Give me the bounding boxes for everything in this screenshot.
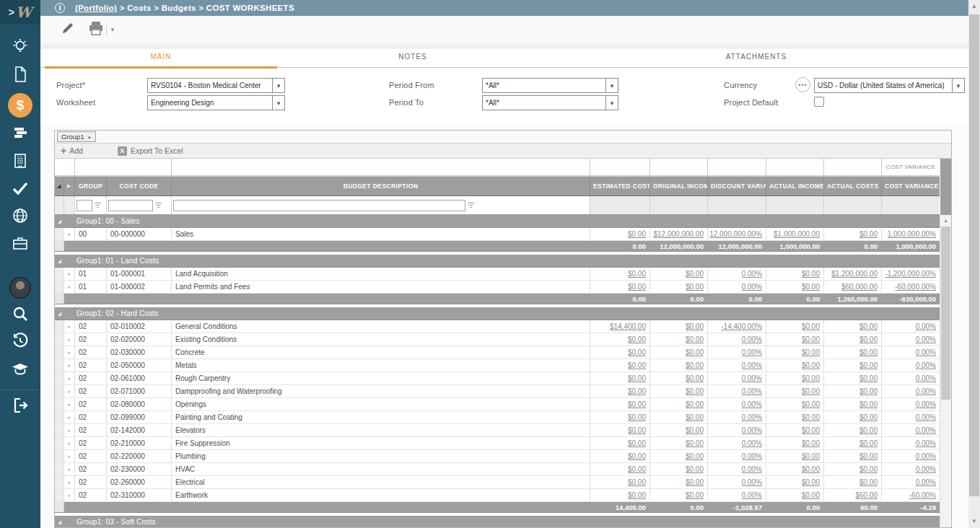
cell-value-link[interactable]: 0.00% xyxy=(882,346,940,358)
table-row[interactable]: ▸0101-000001Land Acquisition$0.00$0.000.… xyxy=(55,268,940,281)
cell-value-link[interactable]: $0.00 xyxy=(650,437,708,449)
cell-value-link[interactable]: $0.00 xyxy=(824,424,882,436)
row-expand-icon[interactable]: ▸ xyxy=(64,372,75,384)
sidebar-item-projects[interactable] xyxy=(0,231,40,258)
cell-value-link[interactable]: 0.00% xyxy=(882,411,940,423)
cell-value-link[interactable]: $0.00 xyxy=(824,385,882,397)
expand-column-icon[interactable]: ▶ xyxy=(64,177,75,195)
cell-value-link[interactable]: $0.00 xyxy=(766,359,824,371)
group1-chip[interactable]: Group1 xyxy=(57,131,96,142)
cell-value-link[interactable]: 0.00% xyxy=(708,398,766,410)
row-expand-icon[interactable]: ▸ xyxy=(64,268,75,280)
cell-value-link[interactable]: $0.00 xyxy=(824,359,882,371)
cell-value-link[interactable]: $0.00 xyxy=(590,228,650,240)
cell-value-link[interactable]: $0.00 xyxy=(590,437,650,449)
cell-value-link[interactable]: -1,200,000.00% xyxy=(882,268,940,280)
cell-value-link[interactable]: $0.00 xyxy=(590,333,650,346)
cell-value-link[interactable]: 0.00% xyxy=(708,372,766,384)
project-select[interactable]: RVS0104 - Boston Medical Center xyxy=(147,78,273,93)
period-from-select[interactable]: *All* xyxy=(482,78,606,93)
group-band-row[interactable]: ◢Group1: 03 - Soft Costs xyxy=(55,516,951,528)
info-icon[interactable]: i xyxy=(55,3,65,13)
row-expand-icon[interactable]: ▸ xyxy=(64,476,75,488)
col-header-cost-code[interactable]: COST CODE xyxy=(107,177,172,195)
cell-value-link[interactable]: 0.00% xyxy=(708,333,766,346)
row-expand-icon[interactable]: ▸ xyxy=(64,424,75,436)
cell-value-link[interactable]: 0.00% xyxy=(882,398,940,410)
col-header-budget-description[interactable]: BUDGET DESCRIPTION xyxy=(172,177,590,195)
table-row[interactable]: ▸0202-220000Plumbing$0.00$0.000.00%$0.00… xyxy=(55,450,940,463)
cell-value-link[interactable]: $0.00 xyxy=(650,450,708,462)
collapse-all-icon[interactable]: ◢ xyxy=(55,177,64,195)
cell-value-link[interactable]: -60.00% xyxy=(882,489,940,501)
sidebar-item-ideas[interactable] xyxy=(0,35,40,62)
cell-value-link[interactable]: 0.00% xyxy=(882,476,940,488)
project-default-checkbox[interactable] xyxy=(814,97,824,107)
row-expand-icon[interactable]: ▸ xyxy=(64,385,75,397)
table-row[interactable]: ▸0202-230000HVAC$0.00$0.000.00%$0.00$0.0… xyxy=(55,463,940,476)
row-expand-icon[interactable]: ▸ xyxy=(64,359,75,371)
row-expand-icon[interactable]: ▸ xyxy=(64,398,75,410)
cell-value-link[interactable]: $0.00 xyxy=(590,411,650,423)
cell-value-link[interactable]: $0.00 xyxy=(590,359,650,371)
cell-value-link[interactable]: $1,000,000.00 xyxy=(766,228,824,240)
row-expand-icon[interactable]: ▸ xyxy=(64,228,75,240)
tab-attachments[interactable]: ATTACHMENTS xyxy=(544,43,968,67)
cell-value-link[interactable]: $0.00 xyxy=(650,281,708,293)
scroll-up-arrow-icon[interactable]: ▲ xyxy=(940,216,951,225)
table-row[interactable]: ▸0202-071000Dampproofing and Waterproofi… xyxy=(55,385,940,398)
group-band-row[interactable]: ◢Group1: 01 - Land Costs xyxy=(55,255,951,268)
cell-value-link[interactable]: 0.00% xyxy=(882,463,940,475)
cell-value-link[interactable]: $0.00 xyxy=(650,346,708,358)
cell-value-link[interactable]: $0.00 xyxy=(766,346,824,358)
project-select-dropdown-button[interactable] xyxy=(273,78,285,93)
cell-value-link[interactable]: $0.00 xyxy=(650,385,708,397)
col-header-actual-income[interactable]: ACTUAL INCOME xyxy=(766,177,824,195)
row-expand-icon[interactable]: ▸ xyxy=(64,281,75,293)
group-band-row[interactable]: ◢Group1: 00 - Sales xyxy=(55,215,951,228)
table-row[interactable]: ▸0000-000000Sales$0.00$12,000,000.0012,0… xyxy=(55,228,940,241)
cell-value-link[interactable]: $0.00 xyxy=(650,333,708,346)
cell-value-link[interactable]: $0.00 xyxy=(766,450,824,462)
cell-value-link[interactable]: $0.00 xyxy=(824,228,882,240)
cell-value-link[interactable]: $0.00 xyxy=(766,385,824,397)
currency-dropdown-button[interactable] xyxy=(953,78,965,93)
group-filter-input[interactable] xyxy=(76,200,92,211)
row-expand-icon[interactable]: ▸ xyxy=(64,489,75,501)
worksheet-select-dropdown-button[interactable] xyxy=(273,95,285,110)
cell-value-link[interactable]: $0.00 xyxy=(590,398,650,410)
period-to-select[interactable]: *All* xyxy=(482,95,606,110)
cell-value-link[interactable]: $0.00 xyxy=(650,359,708,371)
page-scrollbar-thumb[interactable] xyxy=(969,14,979,496)
cell-value-link[interactable]: $0.00 xyxy=(824,411,882,423)
cell-value-link[interactable]: $0.00 xyxy=(650,424,708,436)
cell-value-link[interactable]: $0.00 xyxy=(590,463,650,475)
sidebar-item-company[interactable] xyxy=(0,149,40,176)
cell-value-link[interactable]: $0.00 xyxy=(824,476,882,488)
cell-value-link[interactable]: 0.00% xyxy=(708,437,766,449)
row-expand-icon[interactable]: ▸ xyxy=(64,463,75,475)
cell-value-link[interactable]: $0.00 xyxy=(590,268,650,280)
cell-value-link[interactable]: $0.00 xyxy=(766,463,824,475)
row-expand-icon[interactable]: ▸ xyxy=(64,437,75,449)
cell-value-link[interactable]: 12,000,000.00% xyxy=(708,228,766,240)
cell-value-link[interactable]: -14,400.00% xyxy=(708,320,766,333)
cell-value-link[interactable]: 0.00% xyxy=(708,359,766,371)
cell-value-link[interactable]: $14,400.00 xyxy=(590,320,650,333)
page-scroll-down-icon[interactable]: ▼ xyxy=(968,516,980,527)
worksheet-select[interactable]: Engineering Design xyxy=(147,95,273,110)
row-expand-icon[interactable]: ▸ xyxy=(64,346,75,358)
cell-value-link[interactable]: 0.00% xyxy=(882,450,940,462)
cell-value-link[interactable]: $0.00 xyxy=(650,476,708,488)
col-header-discount-variance[interactable]: DISCOUNT VARIANCE xyxy=(708,177,766,195)
sidebar-item-history[interactable] xyxy=(0,329,40,356)
breadcrumb-portfolio-link[interactable]: (Portfolio) xyxy=(75,4,117,12)
row-expand-icon[interactable]: ▸ xyxy=(64,320,75,333)
cell-value-link[interactable]: $0.00 xyxy=(650,411,708,423)
cell-value-link[interactable]: $0.00 xyxy=(650,463,708,475)
cell-value-link[interactable]: 0.00% xyxy=(882,372,940,384)
sidebar-item-costs[interactable]: $ xyxy=(0,89,40,121)
group-expand-icon[interactable]: ◢ xyxy=(55,258,64,264)
cell-value-link[interactable]: $12,000,000.00 xyxy=(650,228,708,240)
cell-value-link[interactable]: $0.00 xyxy=(650,320,708,333)
